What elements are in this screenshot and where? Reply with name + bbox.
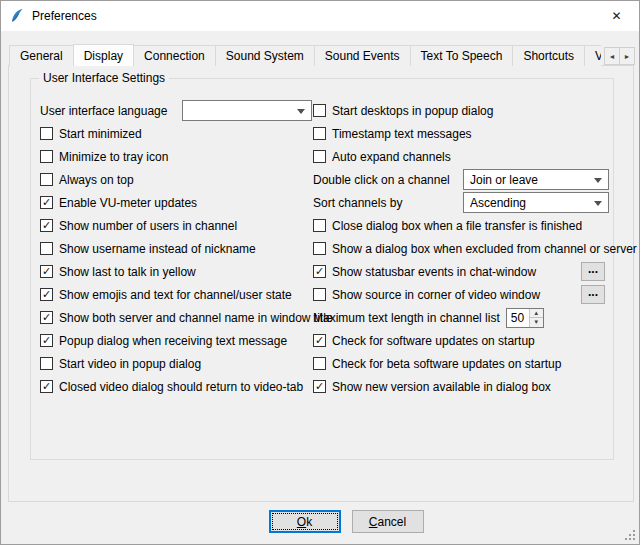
tab-general[interactable]: General (9, 45, 74, 66)
tab-scroll-buttons: ◄ ► (604, 47, 635, 65)
tab-text-to-speech[interactable]: Text To Speech (410, 45, 514, 66)
checkbox-row[interactable]: Minimize to tray icon (40, 145, 312, 168)
checkbox-row[interactable]: Start minimized (40, 122, 312, 145)
updates-checkbox[interactable] (313, 334, 326, 347)
checkbox-label: Show a dialog box when excluded from cha… (332, 242, 637, 256)
video-source-checkbox[interactable] (313, 288, 326, 301)
checkbox-row[interactable]: Show a dialog box when excluded from cha… (313, 237, 609, 260)
checkbox-row[interactable]: Start video in popup dialog (40, 352, 312, 375)
minimize-to-tray-checkbox[interactable] (40, 150, 53, 163)
checkbox-row[interactable]: Check for software updates on startup (313, 329, 609, 352)
checkbox-label: Close dialog box when a file transfer is… (332, 219, 582, 233)
checkbox-row[interactable]: Popup dialog when receiving text message (40, 329, 312, 352)
desktops-popup-checkbox[interactable] (313, 104, 326, 117)
group-title: User Interface Settings (39, 71, 169, 85)
sort-channels-value: Ascending (470, 196, 526, 210)
emojis-checkbox[interactable] (40, 288, 53, 301)
spin-down-icon[interactable]: ▼ (530, 318, 543, 327)
checkbox-row[interactable]: Show last to talk in yellow (40, 260, 312, 283)
ok-button-label: Ok (297, 515, 312, 529)
checkbox-row[interactable]: Closed video dialog should return to vid… (40, 375, 312, 398)
checkbox-row[interactable]: Always on top (40, 168, 312, 191)
double-click-value: Join or leave (470, 173, 538, 187)
vu-meter-checkbox[interactable] (40, 196, 53, 209)
left-column: User interface language Start minimized … (40, 99, 312, 398)
sort-channels-combobox[interactable]: Ascending (463, 192, 609, 213)
user-count-checkbox[interactable] (40, 219, 53, 232)
checkbox-label: Show username instead of nickname (59, 242, 256, 256)
double-click-combobox[interactable]: Join or leave (463, 169, 609, 190)
titlebar[interactable]: Preferences ✕ (1, 1, 639, 31)
window-title-checkbox[interactable] (40, 311, 53, 324)
chevron-down-icon (297, 109, 305, 114)
beta-updates-checkbox[interactable] (313, 357, 326, 370)
checkbox-label: Show last to talk in yellow (59, 265, 196, 279)
checkbox-label: Start minimized (59, 127, 142, 141)
last-to-talk-checkbox[interactable] (40, 265, 53, 278)
language-label: User interface language (40, 104, 167, 118)
video-popup-checkbox[interactable] (40, 357, 53, 370)
statusbar-events-checkbox[interactable] (313, 265, 326, 278)
max-text-length-label: Maximum text length in channel list (313, 311, 500, 325)
checkbox-row[interactable]: Show number of users in channel (40, 214, 312, 237)
excluded-dialog-checkbox[interactable] (313, 242, 326, 255)
user-interface-settings-group: User Interface Settings User interface l… (30, 78, 614, 460)
language-combobox[interactable] (182, 100, 312, 121)
video-source-more-button[interactable]: ... (581, 285, 605, 304)
checkbox-row[interactable]: Show new version available in dialog box (313, 375, 609, 398)
checkbox-label: Start desktops in popup dialog (332, 104, 493, 118)
tab-sound-events[interactable]: Sound Events (314, 45, 411, 66)
cancel-button[interactable]: Cancel (352, 510, 424, 533)
app-logo-icon (9, 8, 25, 24)
username-checkbox[interactable] (40, 242, 53, 255)
start-minimized-checkbox[interactable] (40, 127, 53, 140)
tab-display[interactable]: Display (73, 44, 134, 66)
dialog-footer: Ok Cancel (1, 510, 639, 533)
language-row: User interface language (40, 99, 312, 122)
tab-sound-system[interactable]: Sound System (215, 45, 315, 66)
tab-shortcuts[interactable]: Shortcuts (512, 45, 585, 66)
spin-up-icon[interactable]: ▲ (530, 309, 543, 319)
file-transfer-close-checkbox[interactable] (313, 219, 326, 232)
checkbox-row[interactable]: Check for beta software updates on start… (313, 352, 609, 375)
checkbox-label: Auto expand channels (332, 150, 451, 164)
tab-scroll-right-icon[interactable]: ► (619, 47, 635, 65)
checkbox-label: Check for software updates on startup (332, 334, 535, 348)
timestamp-checkbox[interactable] (313, 127, 326, 140)
checkbox-label: Minimize to tray icon (59, 150, 168, 164)
max-text-length-spinner[interactable]: 50 ▲ ▼ (506, 308, 544, 328)
window-title: Preferences (32, 9, 97, 23)
ok-button[interactable]: Ok (269, 510, 341, 533)
spinner-buttons: ▲ ▼ (529, 309, 543, 327)
video-return-tab-checkbox[interactable] (40, 380, 53, 393)
tab-scroll-left-icon[interactable]: ◄ (604, 47, 620, 65)
checkbox-row[interactable]: Close dialog box when a file transfer is… (313, 214, 609, 237)
checkbox-label: Show emojis and text for channel/user st… (59, 288, 292, 302)
checkbox-label: Check for beta software updates on start… (332, 357, 561, 371)
auto-expand-checkbox[interactable] (313, 150, 326, 163)
statusbar-events-more-button[interactable]: ... (581, 262, 605, 281)
new-version-dialog-checkbox[interactable] (313, 380, 326, 393)
resize-grip[interactable] (623, 528, 635, 540)
checkbox-label: Show statusbar events in chat-window (332, 265, 536, 279)
always-on-top-checkbox[interactable] (40, 173, 53, 186)
right-column: Start desktops in popup dialog Timestamp… (313, 99, 609, 398)
close-icon[interactable]: ✕ (594, 1, 639, 31)
statusbar-events-row[interactable]: Show statusbar events in chat-window ... (313, 260, 609, 283)
checkbox-row[interactable]: Start desktops in popup dialog (313, 99, 609, 122)
chevron-down-icon (594, 178, 602, 183)
display-tab-pane: User Interface Settings User interface l… (8, 65, 634, 502)
video-source-row[interactable]: Show source in corner of video window ..… (313, 283, 609, 306)
tab-video[interactable]: Video (584, 45, 601, 66)
checkbox-label: Enable VU-meter updates (59, 196, 197, 210)
checkbox-row[interactable]: Show both server and channel name in win… (40, 306, 312, 329)
checkbox-row[interactable]: Show emojis and text for channel/user st… (40, 283, 312, 306)
sort-channels-row: Sort channels by Ascending (313, 191, 609, 214)
popup-text-message-checkbox[interactable] (40, 334, 53, 347)
checkbox-row[interactable]: Auto expand channels (313, 145, 609, 168)
tab-connection[interactable]: Connection (133, 45, 216, 66)
checkbox-label: Timestamp text messages (332, 127, 472, 141)
checkbox-row[interactable]: Show username instead of nickname (40, 237, 312, 260)
checkbox-row[interactable]: Timestamp text messages (313, 122, 609, 145)
checkbox-row[interactable]: Enable VU-meter updates (40, 191, 312, 214)
